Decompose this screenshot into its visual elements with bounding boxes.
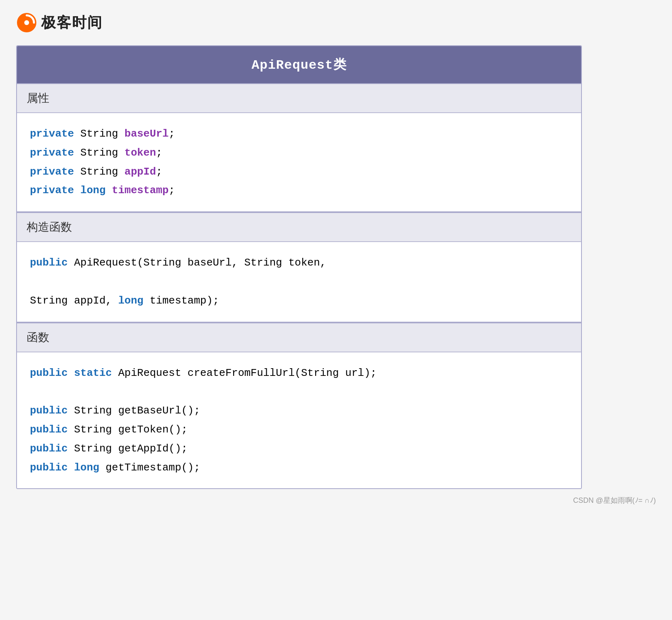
- kw-private-4: private: [30, 184, 74, 196]
- section-label-attributes: 属性: [17, 83, 581, 113]
- svg-point-1: [24, 20, 29, 25]
- section-label-methods: 函数: [17, 323, 581, 352]
- kw-long-gettimestamp: long: [74, 462, 99, 474]
- attributes-code-block: private String baseUrl; private String t…: [17, 113, 581, 212]
- attr-line-4: private long timestamp;: [30, 181, 568, 200]
- attr-line-2: private String token;: [30, 143, 568, 162]
- kw-public-constructor: public: [30, 257, 68, 269]
- method-line-3: public String getToken();: [30, 420, 568, 439]
- geektime-logo-icon: [16, 12, 37, 33]
- logo-area: 极客时间: [16, 12, 656, 33]
- kw-long-constructor: long: [118, 295, 143, 307]
- kw-public-getbaseurl: public: [30, 405, 68, 417]
- kw-private-2: private: [30, 147, 74, 159]
- kw-long-1: long: [80, 184, 105, 196]
- var-timestamp: timestamp: [112, 184, 169, 196]
- kw-public-gettimestamp: public: [30, 462, 68, 474]
- kw-public-getappid: public: [30, 443, 68, 455]
- kw-private-1: private: [30, 128, 74, 140]
- logo-text: 极客时间: [41, 13, 103, 33]
- method-line-4: public String getAppId();: [30, 439, 568, 458]
- kw-private-3: private: [30, 166, 74, 178]
- kw-static: static: [74, 367, 112, 379]
- method-line-1: public static ApiRequest createFromFullU…: [30, 364, 568, 383]
- method-line-5: public long getTimestamp();: [30, 458, 568, 477]
- kw-public-gettoken: public: [30, 424, 68, 436]
- constructor-line-blank: [30, 272, 568, 291]
- attr-line-3: private String appId;: [30, 162, 568, 181]
- constructor-code-block: public ApiRequest(String baseUrl, String…: [17, 242, 581, 322]
- kw-public-static: public: [30, 367, 68, 379]
- method-line-2: public String getBaseUrl();: [30, 401, 568, 420]
- constructor-line-2: String appId, long timestamp);: [30, 291, 568, 310]
- watermark: CSDN @星如雨啊(ﾉ= ∩ﾉ): [16, 496, 656, 505]
- section-label-constructor: 构造函数: [17, 212, 581, 242]
- method-blank-1: [30, 382, 568, 401]
- var-baseurl: baseUrl: [124, 128, 169, 140]
- var-token: token: [124, 147, 156, 159]
- class-table: ApiRequest类 属性 private String baseUrl; p…: [16, 45, 582, 489]
- methods-code-block: public static ApiRequest createFromFullU…: [17, 352, 581, 489]
- table-title: ApiRequest类: [17, 46, 581, 83]
- var-appid: appId: [124, 166, 156, 178]
- attr-line-1: private String baseUrl;: [30, 124, 568, 143]
- constructor-line-1: public ApiRequest(String baseUrl, String…: [30, 253, 568, 272]
